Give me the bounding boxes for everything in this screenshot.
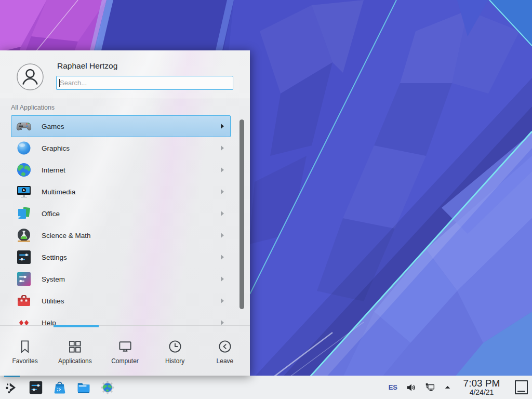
- taskbar-launcher-file-manager[interactable]: [76, 376, 100, 399]
- taskbar-launcher-application-launcher[interactable]: [4, 376, 28, 399]
- app-category-help[interactable]: Help: [11, 312, 231, 325]
- user-name: Raphael Hertzog: [57, 61, 117, 71]
- app-category-multimedia[interactable]: Multimedia: [11, 181, 231, 203]
- toolbox-icon: [16, 292, 32, 309]
- app-category-list: Games Graphics Internet Multimedia Offic…: [0, 115, 250, 325]
- active-task-indicator: [4, 376, 20, 377]
- systemsettings-icon: [28, 380, 44, 395]
- sliders-gradient-icon: [16, 271, 32, 287]
- app-category-settings[interactable]: Settings: [11, 246, 231, 268]
- submenu-arrow-icon: [221, 276, 224, 282]
- taskbar-launcher-web-browser[interactable]: [100, 376, 124, 399]
- app-category-office[interactable]: Office: [11, 203, 231, 224]
- taskbar-launcher-system-settings[interactable]: [28, 376, 52, 399]
- submenu-arrow-icon: [221, 167, 224, 172]
- taskbar-panel: ES 7:03 PM 4/24/21: [0, 376, 532, 399]
- scrollbar-thumb[interactable]: [240, 119, 244, 309]
- tab-label: Applications: [58, 357, 92, 365]
- sliders-dark-icon: [16, 249, 32, 265]
- network-icon[interactable]: [424, 382, 436, 393]
- globe-icon: [16, 162, 32, 178]
- app-category-label: Science & Math: [42, 232, 221, 240]
- app-category-label: Multimedia: [42, 188, 221, 196]
- section-label: All Applications: [11, 104, 55, 111]
- submenu-arrow-icon: [221, 211, 224, 216]
- help-icon: [16, 314, 32, 325]
- dolphin-icon: [76, 380, 91, 395]
- history-icon: [167, 339, 183, 354]
- desktop: Raphael Hertzog All Applications Games G…: [0, 0, 532, 399]
- app-category-label: Utilities: [42, 297, 221, 305]
- app-category-label: Graphics: [42, 144, 221, 152]
- active-tab-indicator: [54, 325, 99, 327]
- tab-label: Favorites: [12, 357, 37, 365]
- app-category-internet[interactable]: Internet: [11, 159, 231, 181]
- tab-leave[interactable]: Leave: [200, 326, 250, 376]
- bookmark-icon: [17, 339, 33, 354]
- app-category-label: Games: [42, 123, 221, 130]
- app-category-games[interactable]: Games: [11, 115, 231, 137]
- keyboard-layout-indicator[interactable]: ES: [389, 383, 397, 391]
- tab-applications[interactable]: Applications: [50, 326, 100, 376]
- submenu-arrow-icon: [221, 233, 224, 238]
- computer-icon: [117, 339, 133, 354]
- submenu-arrow-icon: [221, 320, 224, 325]
- kickoff-icon: [4, 380, 20, 395]
- volume-icon[interactable]: [405, 382, 417, 393]
- tab-computer[interactable]: Computer: [100, 326, 150, 376]
- tab-label: History: [165, 357, 184, 365]
- launcher-tabbar: Favorites Applications Computer History …: [0, 326, 250, 376]
- app-category-science-math[interactable]: Science & Math: [11, 224, 231, 246]
- expand-tray-caret-icon[interactable]: [444, 383, 451, 391]
- submenu-arrow-icon: [221, 145, 224, 151]
- submenu-arrow-icon: [221, 189, 224, 194]
- tab-label: Leave: [217, 357, 234, 365]
- app-category-label: Settings: [42, 254, 221, 261]
- gamepad-icon: [16, 118, 32, 135]
- documents-icon: [16, 205, 32, 222]
- tab-favorites[interactable]: Favorites: [0, 326, 50, 376]
- konqueror-icon: [100, 380, 115, 395]
- app-category-label: Office: [42, 210, 221, 218]
- app-category-label: Help: [42, 319, 221, 326]
- clock-date: 4/24/21: [459, 389, 504, 396]
- submenu-arrow-icon: [221, 255, 224, 260]
- digital-clock[interactable]: 7:03 PM 4/24/21: [459, 378, 504, 396]
- app-category-graphics[interactable]: Graphics: [11, 137, 231, 159]
- submenu-arrow-icon: [221, 298, 224, 303]
- launcher-header: Raphael Hertzog: [0, 50, 250, 99]
- text-caret: [59, 79, 60, 87]
- show-desktop-button[interactable]: [515, 380, 528, 394]
- search-input[interactable]: [56, 76, 233, 90]
- submenu-arrow-icon: [221, 124, 224, 129]
- application-launcher-menu: Raphael Hertzog All Applications Games G…: [0, 50, 250, 376]
- clock-time: 7:03 PM: [459, 378, 504, 389]
- discover-icon: [52, 380, 68, 395]
- taskbar-launchers: [4, 376, 124, 399]
- sphere-icon: [16, 140, 32, 156]
- taskbar-launcher-discover[interactable]: [52, 376, 76, 399]
- app-category-label: Internet: [42, 166, 221, 174]
- leave-icon: [217, 339, 233, 354]
- grid-icon: [67, 339, 83, 354]
- app-category-system[interactable]: System: [11, 268, 231, 290]
- app-category-label: System: [42, 275, 221, 283]
- user-avatar-icon[interactable]: [17, 63, 44, 90]
- system-tray: ES 7:03 PM 4/24/21: [389, 378, 528, 396]
- tab-history[interactable]: History: [150, 326, 200, 376]
- monitor-play-icon: [16, 183, 32, 200]
- flask-icon: [16, 227, 32, 244]
- app-category-utilities[interactable]: Utilities: [11, 290, 231, 312]
- tab-label: Computer: [111, 357, 139, 365]
